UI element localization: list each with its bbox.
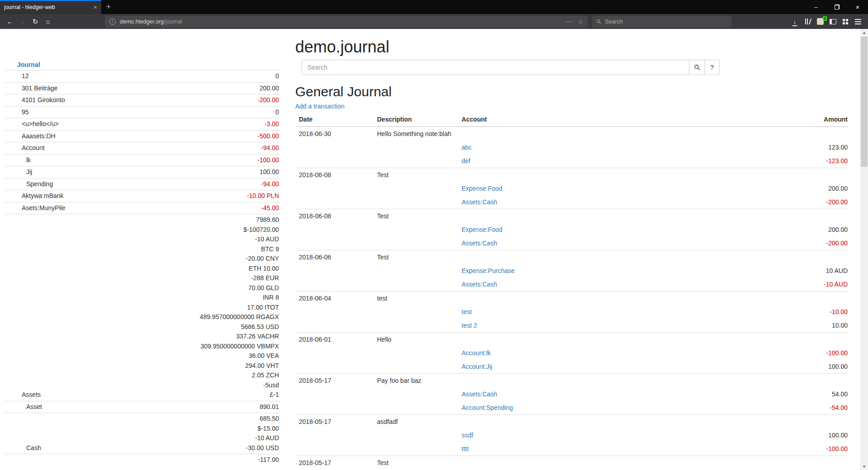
account-balance: BTC 9 — [125, 244, 279, 254]
account-row: Aaasets:DH-500.00 — [5, 130, 281, 142]
transaction-description: test — [373, 291, 713, 306]
search-icon — [694, 64, 700, 70]
page-content: Journal 120301 Beiträge200.004101 Giroko… — [0, 29, 868, 470]
posting-account-link[interactable]: Account:Jij — [462, 363, 492, 370]
posting-account-link[interactable]: Assets:Cash — [462, 198, 497, 206]
browser-search — [592, 16, 731, 28]
add-transaction-link[interactable]: Add a transaction — [295, 102, 344, 111]
account-balance: -10 AUD — [125, 433, 279, 443]
posting-account-link[interactable]: test 2 — [462, 322, 477, 329]
posting-account-link[interactable]: Expense:Food — [462, 226, 502, 233]
new-tab-button[interactable]: + — [101, 0, 116, 14]
sidebar-account-link[interactable]: <u>hello</u> — [22, 120, 59, 127]
posting-account-link[interactable]: abc — [462, 144, 472, 151]
sidebar-toggle-icon[interactable] — [826, 16, 839, 28]
account-balance: 7989.60 — [125, 215, 279, 225]
sidebar-account-link[interactable]: lk — [26, 156, 31, 164]
posting-account-cell: def — [458, 154, 713, 168]
account-row: Cash685.50$-15.00-10 AUD-30.00 USD — [5, 413, 281, 454]
account-balance: 70.00 GLD — [125, 283, 279, 293]
account-balance: -200.00 — [125, 95, 279, 105]
sidebar-account-link[interactable]: 301 Beiträge — [22, 85, 57, 92]
browser-search-input[interactable] — [605, 19, 727, 25]
posting-amount: 54.00 — [713, 387, 849, 401]
sidebar-account-link[interactable]: Jij — [26, 168, 32, 175]
transaction-description: Test — [373, 168, 713, 182]
sidebar-account-link[interactable]: 12 — [22, 72, 29, 80]
account-balance: -100.00 — [125, 155, 279, 165]
back-button[interactable]: ← — [4, 16, 16, 28]
transaction-row: 2018-06-01Hello — [295, 333, 849, 347]
posting-account-link[interactable]: Expense:Purchase — [462, 267, 515, 274]
search-help-button[interactable]: ? — [705, 60, 720, 75]
posting-amount: 10.00 — [713, 319, 849, 333]
posting-account-link[interactable]: ssdf — [462, 432, 473, 439]
extension-icon[interactable]: 0 — [814, 16, 826, 28]
menu-hamburger-icon[interactable] — [852, 16, 864, 28]
sidebar-account-link[interactable]: Aaasets:DH — [22, 132, 56, 140]
transaction-date: 2018-05-17 — [295, 374, 373, 388]
posting-amount: 100.00 — [713, 360, 849, 374]
accounts-sidebar: Journal 120301 Beiträge200.004101 Giroko… — [5, 60, 281, 466]
page-actions-icon[interactable]: ⋯ — [565, 18, 572, 26]
sidebar-account-link[interactable]: Asset — [26, 403, 42, 410]
tab-close-icon[interactable]: × — [94, 4, 97, 11]
sidebar-account-link[interactable]: Account — [22, 144, 45, 151]
scroll-up-arrow-icon[interactable]: ▲ — [860, 29, 868, 36]
journal-search-input[interactable] — [302, 60, 689, 75]
window-restore-button[interactable] — [826, 0, 847, 14]
sidebar-journal-link[interactable]: Journal — [17, 61, 40, 68]
apps-grid-icon[interactable] — [839, 16, 852, 28]
sidebar-account-link[interactable]: 95 — [22, 108, 29, 116]
reload-button[interactable]: ↻ — [29, 16, 42, 28]
account-row: -117.00 — [5, 454, 281, 466]
sidebar-account-link[interactable]: Cash — [26, 444, 41, 451]
window-minimize-button[interactable]: ─ — [806, 0, 826, 14]
posting-account-link[interactable]: Assets:Cash — [462, 281, 497, 288]
account-balance: 337.26 VACHR — [125, 332, 279, 342]
posting-account-link[interactable]: Expense:Food — [462, 185, 502, 192]
posting-account-cell: test — [458, 305, 713, 319]
bookmark-star-icon[interactable]: ☆ — [577, 18, 583, 25]
browser-toolbar: ← → ↻ ⌂ i demo.hledger.org /journal ⋯ ☆ … — [0, 14, 868, 29]
posting-account-link[interactable]: def — [462, 157, 470, 164]
site-info-icon[interactable]: i — [109, 19, 116, 25]
account-balance: $-100720.00 — [125, 225, 279, 235]
download-icon[interactable]: ↓ — [788, 16, 801, 28]
account-balance: £-1 — [125, 390, 279, 400]
library-icon[interactable] — [801, 16, 814, 28]
scroll-down-arrow-icon[interactable]: ▼ — [860, 463, 868, 470]
sidebar-account-link[interactable]: Assets — [22, 391, 41, 398]
account-balance-cell: 685.50$-15.00-10 AUD-30.00 USD — [123, 413, 281, 454]
browser-tab-bar: journal - hledger-web × + ─ × — [0, 0, 868, 14]
sidebar-account-link[interactable]: 4101 Girokonto — [22, 96, 65, 103]
journal-table: Date Description Account Amount 2018-06-… — [295, 113, 849, 470]
search-button[interactable] — [689, 60, 705, 75]
account-name-cell: 4101 Girokonto — [5, 94, 123, 107]
transaction-row: 2018-05-17Pay foo bar baz — [295, 374, 849, 388]
window-close-button[interactable]: × — [847, 0, 868, 14]
posting-account-link[interactable]: Account:lk — [462, 349, 491, 357]
sidebar-account-link[interactable]: Aktywa:mBank — [22, 192, 64, 199]
posting-amount: 123.00 — [713, 141, 849, 154]
page-title: demo.journal — [295, 38, 849, 56]
posting-account-link[interactable]: Account:Spending — [462, 404, 513, 411]
posting-account-link[interactable]: Assets:Cash — [462, 240, 497, 247]
browser-tab[interactable]: journal - hledger-web × — [0, 0, 101, 14]
account-balance: 5686.53 USD — [125, 322, 279, 332]
posting-account-link[interactable]: tttt — [462, 445, 469, 452]
transaction-amount-cell — [713, 250, 849, 264]
posting-amount: -10.00 — [713, 305, 849, 319]
scrollbar-thumb[interactable] — [861, 37, 868, 167]
home-button[interactable]: ⌂ — [42, 16, 54, 28]
transaction-date: 2018-06-01 — [295, 333, 373, 347]
account-balance-cell: -94.00 — [123, 142, 281, 155]
posting-account-link[interactable]: test — [462, 308, 472, 315]
sidebar-account-link[interactable]: Asets:MunyPile — [22, 204, 65, 212]
url-bar[interactable]: i demo.hledger.org /journal ⋯ ☆ — [105, 16, 588, 28]
forward-button[interactable]: → — [16, 16, 29, 28]
posting-account-link[interactable]: Assets:Cash — [462, 390, 497, 398]
sidebar-account-link[interactable]: Spending — [26, 180, 53, 188]
page-scrollbar[interactable]: ▲ ▼ — [860, 29, 868, 470]
posting-amount: -54.00 — [713, 401, 849, 415]
